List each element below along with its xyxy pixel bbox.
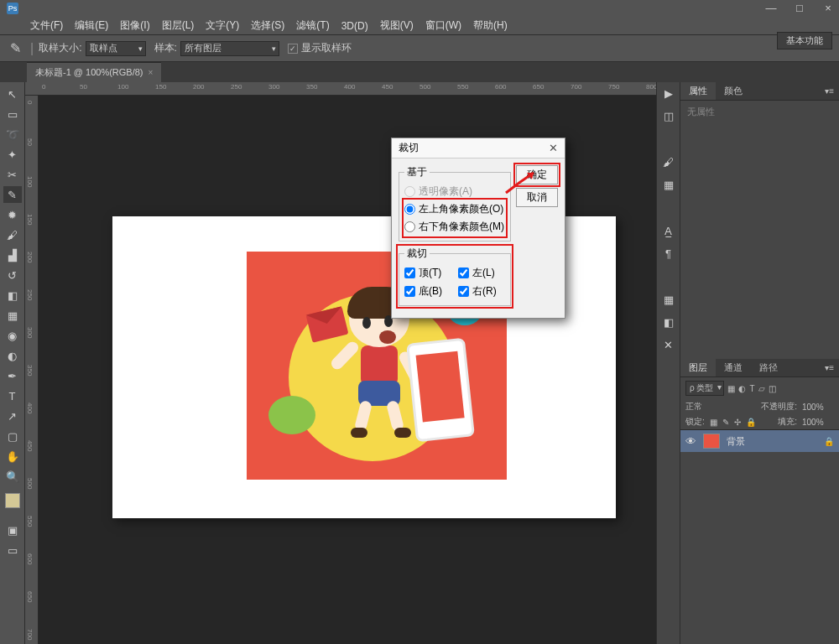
history-panel-icon[interactable]: ▶ bbox=[664, 87, 673, 100]
document-tab[interactable]: 未标题-1 @ 100%(RGB/8) × bbox=[27, 62, 161, 82]
healing-tool[interactable]: ✹ bbox=[3, 206, 22, 223]
visibility-icon[interactable]: 👁 bbox=[685, 435, 696, 448]
show-ring-checkbox[interactable]: ✓ bbox=[288, 44, 298, 54]
menu-filter[interactable]: 滤镜(T) bbox=[291, 17, 334, 34]
menu-edit[interactable]: 编辑(E) bbox=[70, 17, 113, 34]
filter-shape-icon[interactable]: ▱ bbox=[758, 384, 765, 393]
swatches-panel-icon[interactable]: ▦ bbox=[664, 293, 674, 306]
layers-panel-menu-icon[interactable]: ▾≡ bbox=[820, 361, 839, 375]
layer-filter-kind[interactable]: ρ 类型 bbox=[685, 381, 724, 396]
marquee-tool[interactable]: ▭ bbox=[3, 106, 22, 122]
opacity-input[interactable]: 100% bbox=[802, 402, 834, 412]
type-tool[interactable]: T bbox=[3, 387, 22, 404]
blur-tool[interactable]: ◉ bbox=[3, 327, 22, 344]
pen-tool[interactable]: ✒ bbox=[3, 367, 22, 384]
tab-color[interactable]: 颜色 bbox=[716, 82, 751, 100]
filter-pixel-icon[interactable]: ▦ bbox=[727, 384, 735, 393]
layer-background[interactable]: 👁 背景 🔒 bbox=[680, 430, 839, 452]
dialog-close-icon[interactable]: ✕ bbox=[549, 142, 558, 154]
tab-layers[interactable]: 图层 bbox=[680, 359, 716, 377]
options-bar: ✎ | 取样大小: 取样点 样本: 所有图层 ✓ 显示取样环 bbox=[0, 35, 839, 62]
show-ring-label: 显示取样环 bbox=[301, 41, 352, 55]
eyedropper-tool-icon[interactable]: ✎ bbox=[7, 40, 23, 57]
adjustments-panel-icon[interactable]: ✕ bbox=[664, 339, 673, 351]
check-left-input[interactable] bbox=[458, 267, 469, 278]
sample-size-select[interactable]: 取样点 bbox=[86, 41, 146, 56]
panel-menu-icon[interactable]: ▾≡ bbox=[820, 84, 839, 98]
filter-adjust-icon[interactable]: ◐ bbox=[738, 384, 746, 393]
eraser-tool[interactable]: ◧ bbox=[3, 287, 22, 304]
radio-bottomright-input[interactable] bbox=[404, 221, 415, 232]
lasso-tool[interactable]: ➰ bbox=[3, 126, 22, 143]
styles-panel-icon[interactable]: ◧ bbox=[664, 316, 674, 329]
check-bottom[interactable]: 底(B) bbox=[404, 283, 451, 300]
move-tool[interactable]: ↖ bbox=[3, 86, 22, 102]
radio-topleft-input[interactable] bbox=[404, 204, 415, 215]
brush-panel-icon[interactable]: 🖌 bbox=[663, 156, 674, 169]
cancel-button[interactable]: 取消 bbox=[516, 188, 558, 207]
fill-input[interactable]: 100% bbox=[802, 418, 834, 427]
radio-bottomright[interactable]: 右下角像素颜色(M) bbox=[404, 218, 505, 236]
brush-tool[interactable]: 🖌 bbox=[3, 226, 22, 243]
check-left[interactable]: 左(L) bbox=[458, 264, 505, 282]
red-envelope-shape bbox=[306, 306, 349, 343]
sample-size-label: 取样大小: bbox=[39, 41, 81, 55]
menu-bar: 文件(F) 编辑(E) 图像(I) 图层(L) 文字(Y) 选择(S) 滤镜(T… bbox=[0, 17, 839, 35]
trim-away-legend: 裁切 bbox=[404, 247, 430, 261]
dialog-title-bar[interactable]: 裁切 ✕ bbox=[392, 138, 565, 158]
filter-type-icon[interactable]: T bbox=[749, 384, 754, 393]
minimize-button[interactable]: — bbox=[763, 2, 779, 14]
menu-window[interactable]: 窗口(W) bbox=[420, 17, 466, 34]
eyedropper-tool[interactable]: ✎ bbox=[3, 186, 22, 203]
lock-icon[interactable]: 🔒 bbox=[746, 418, 756, 427]
hand-tool[interactable]: ✋ bbox=[3, 448, 22, 465]
check-top[interactable]: 顶(T) bbox=[404, 264, 451, 282]
lock-position-icon[interactable]: ✎ bbox=[722, 418, 729, 427]
workspace-switcher[interactable]: 基本功能 bbox=[777, 32, 832, 49]
check-top-input[interactable] bbox=[404, 267, 415, 278]
zoom-tool[interactable]: 🔍 bbox=[3, 468, 22, 485]
menu-layer[interactable]: 图层(L) bbox=[157, 17, 200, 34]
menu-select[interactable]: 选择(S) bbox=[246, 17, 289, 34]
dodge-tool[interactable]: ◐ bbox=[3, 347, 22, 364]
menu-3d[interactable]: 3D(D) bbox=[336, 18, 373, 34]
radio-topleft[interactable]: 左上角像素颜色(O) bbox=[404, 200, 505, 218]
path-select-tool[interactable]: ↗ bbox=[3, 408, 22, 424]
tab-paths[interactable]: 路径 bbox=[751, 359, 786, 377]
history-brush-tool[interactable]: ↺ bbox=[3, 267, 22, 283]
menu-file[interactable]: 文件(F) bbox=[25, 17, 68, 34]
check-right-input[interactable] bbox=[458, 286, 469, 297]
properties-panel: 属性 颜色 ▾≡ 无属性 bbox=[680, 82, 839, 359]
char-panel-icon[interactable]: A̲ bbox=[664, 225, 672, 237]
shape-tool[interactable]: ▢ bbox=[3, 428, 22, 444]
paragraph-panel-icon[interactable]: ¶ bbox=[665, 247, 671, 260]
layer-name: 背景 bbox=[727, 435, 745, 448]
menu-image[interactable]: 图像(I) bbox=[115, 17, 154, 34]
tab-channels[interactable]: 通道 bbox=[716, 359, 751, 377]
lock-pixels-icon[interactable]: ▦ bbox=[710, 418, 717, 427]
layer-thumbnail[interactable] bbox=[703, 434, 720, 449]
quickmask-toggle[interactable]: ▣ bbox=[3, 522, 22, 538]
filter-smart-icon[interactable]: ◫ bbox=[769, 384, 776, 393]
menu-view[interactable]: 视图(V) bbox=[375, 17, 419, 34]
check-bottom-input[interactable] bbox=[404, 286, 415, 297]
screen-mode-toggle[interactable]: ▭ bbox=[3, 542, 22, 558]
document-tab-close[interactable]: × bbox=[149, 68, 154, 77]
sample-layers-select[interactable]: 所有图层 bbox=[180, 41, 279, 56]
color-swatch[interactable] bbox=[5, 493, 20, 508]
actions-panel-icon[interactable]: ◫ bbox=[664, 110, 674, 122]
lock-all-icon[interactable]: ✢ bbox=[734, 418, 741, 427]
crop-tool[interactable]: ✂ bbox=[3, 166, 22, 183]
brush-presets-panel-icon[interactable]: ▦ bbox=[664, 179, 674, 191]
magic-wand-tool[interactable]: ✦ bbox=[3, 146, 22, 163]
close-button[interactable]: × bbox=[821, 2, 836, 14]
tab-properties[interactable]: 属性 bbox=[680, 82, 716, 100]
menu-type[interactable]: 文字(Y) bbox=[201, 17, 244, 34]
ok-button[interactable]: 确定 bbox=[516, 165, 558, 184]
menu-help[interactable]: 帮助(H) bbox=[468, 17, 513, 34]
check-right[interactable]: 右(R) bbox=[458, 283, 505, 300]
blend-mode-select[interactable]: 正常 bbox=[685, 401, 734, 413]
stamp-tool[interactable]: ▟ bbox=[3, 247, 22, 263]
maximize-button[interactable]: □ bbox=[792, 2, 807, 14]
gradient-tool[interactable]: ▦ bbox=[3, 307, 22, 324]
